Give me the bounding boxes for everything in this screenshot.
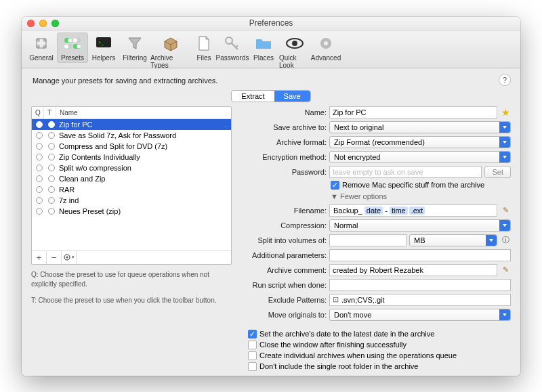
toolbar-radio[interactable]	[48, 186, 55, 193]
titlebar: Preferences	[22, 17, 520, 30]
toolbar-archive-types[interactable]: Archive Types	[150, 32, 191, 70]
preset-row[interactable]: Compress and Split for DVD (7z)	[32, 141, 231, 152]
toolbar-places[interactable]: Places	[248, 32, 279, 63]
split-size-input[interactable]	[329, 234, 406, 246]
mode-segmented: Extract Save	[231, 90, 310, 102]
fewer-options-disclosure[interactable]: ▼ Fewer options	[331, 192, 511, 200]
favorite-star-icon[interactable]: ★	[500, 107, 511, 118]
toolbar-radio[interactable]	[48, 197, 55, 204]
preset-row[interactable]: RAR	[32, 184, 231, 195]
segment-save[interactable]: Save	[274, 91, 310, 102]
preset-name: Neues Preset (zip)	[58, 207, 231, 215]
preset-name: Save as Solid 7z, Ask for Password	[58, 131, 231, 139]
edit-filename-icon[interactable]: ✎	[500, 206, 511, 215]
preset-name: Clean and Zip	[58, 175, 231, 183]
toolbar-advanced[interactable]: Advanced	[310, 32, 341, 63]
add-preset-button[interactable]: +	[32, 251, 47, 264]
hint-q: Q: Choose the preset to use for queue op…	[31, 270, 232, 289]
toolbar-filtering[interactable]: Filtering	[119, 32, 150, 63]
svg-point-17	[292, 41, 297, 46]
folder-icon	[254, 34, 273, 53]
preset-row[interactable]: Split w/o compression	[32, 162, 231, 173]
filename-input[interactable]: Backup_ date - time .ext	[329, 204, 497, 217]
page-subtitle: Manage your presets for saving and extra…	[33, 77, 511, 85]
svg-point-12	[77, 44, 81, 48]
toolbar-helpers[interactable]: >_ Helpers	[88, 32, 119, 63]
preset-list: Q T Name Zip for PC.Save as Solid 7z, As…	[31, 106, 232, 265]
svg-point-21	[66, 257, 68, 259]
queue-radio[interactable]	[36, 175, 43, 182]
toolbar-radio[interactable]	[48, 165, 55, 171]
queue-radio[interactable]	[36, 208, 43, 215]
set-archive-date-checkbox[interactable]: ✓	[248, 330, 257, 339]
preferences-window: Preferences General Presets >_ Helpers F…	[22, 17, 520, 376]
queue-radio[interactable]	[36, 165, 43, 171]
terminal-icon: >_	[94, 34, 113, 53]
preset-name: Split w/o compression	[58, 164, 231, 172]
preset-name: Zip Contents Individually	[58, 153, 231, 161]
toolbar-radio[interactable]	[48, 154, 55, 160]
svg-text:>_: >_	[98, 40, 104, 45]
queue-radio[interactable]	[36, 154, 43, 160]
help-button[interactable]: ?	[499, 74, 511, 86]
preset-row[interactable]: Zip for PC.	[32, 119, 231, 130]
additional-params-input[interactable]	[329, 249, 511, 261]
toolbar-radio[interactable]	[48, 121, 55, 128]
queue-radio[interactable]	[36, 121, 43, 128]
password-input[interactable]: leave empty to ask on save	[329, 166, 482, 178]
toolbar-quick-look[interactable]: Quick Look	[279, 32, 310, 70]
save-archive-to-select[interactable]: Next to original	[329, 121, 511, 133]
svg-point-6	[68, 38, 72, 42]
toolbar-radio[interactable]	[48, 208, 55, 215]
split-unit-select[interactable]: MB	[409, 234, 497, 246]
preset-name: 7z ind	[58, 196, 231, 204]
gear-icon	[316, 34, 335, 53]
individual-archives-checkbox[interactable]	[248, 351, 257, 360]
encryption-method-select[interactable]: Not encrypted	[329, 151, 511, 163]
svg-point-19	[324, 41, 328, 45]
archive-comment-input[interactable]: created by Robert Rezabek	[329, 264, 497, 276]
preset-row[interactable]: Save as Solid 7z, Ask for Password	[32, 130, 231, 141]
toolbar-presets[interactable]: Presets	[57, 32, 88, 63]
preset-row[interactable]: Clean and Zip	[32, 173, 231, 184]
segment-extract[interactable]: Extract	[232, 91, 274, 102]
remove-mac-stuff-checkbox[interactable]: ✓	[331, 181, 339, 190]
run-script-input[interactable]	[329, 279, 511, 291]
remove-preset-button[interactable]: −	[47, 251, 62, 264]
preferences-toolbar: General Presets >_ Helpers Filtering Arc…	[22, 30, 520, 68]
preset-actions-button[interactable]: ▾	[62, 251, 77, 264]
queue-radio[interactable]	[36, 143, 43, 150]
move-originals-select[interactable]: Don't move	[329, 309, 511, 321]
svg-point-10	[64, 44, 68, 48]
skip-root-folder-checkbox[interactable]	[248, 362, 257, 371]
toolbar-radio[interactable]	[48, 143, 55, 150]
password-set-button[interactable]: Set	[484, 166, 511, 178]
preset-rows-container: Zip for PC.Save as Solid 7z, Ask for Pas…	[32, 119, 231, 251]
sliders-icon	[32, 34, 51, 53]
queue-radio[interactable]	[36, 132, 43, 139]
preset-row[interactable]: Neues Preset (zip)	[32, 206, 231, 217]
compression-select[interactable]: Normal	[329, 219, 511, 232]
queue-radio[interactable]	[36, 197, 43, 204]
svg-point-8	[73, 38, 77, 42]
file-icon	[194, 34, 213, 53]
edit-comment-icon[interactable]: ✎	[500, 265, 511, 274]
window-title: Preferences	[22, 18, 520, 28]
toolbar-general[interactable]: General	[26, 32, 57, 63]
preset-name: Compress and Split for DVD (7z)	[58, 142, 231, 150]
name-input[interactable]: Zip for PC	[329, 106, 497, 118]
exclude-patterns-input[interactable]: ⊡.svn;CVS;.git	[329, 294, 511, 306]
archive-format-select[interactable]: Zip Format (recommended)	[329, 136, 511, 148]
queue-radio[interactable]	[36, 186, 43, 193]
toolbar-radio[interactable]	[48, 132, 55, 139]
preset-row[interactable]: 7z ind	[32, 195, 231, 206]
preset-row[interactable]: Zip Contents Individually	[32, 152, 231, 162]
toolbar-radio[interactable]	[48, 175, 55, 182]
close-window-checkbox[interactable]	[248, 341, 257, 349]
split-help-icon[interactable]: ⓘ	[500, 235, 511, 245]
toolbar-passwords[interactable]: Passwords	[217, 32, 248, 63]
list-header: Q T Name	[32, 107, 231, 119]
toggle-icon	[63, 34, 82, 53]
preset-name: RAR	[58, 186, 231, 194]
toolbar-files[interactable]: Files	[191, 32, 217, 63]
